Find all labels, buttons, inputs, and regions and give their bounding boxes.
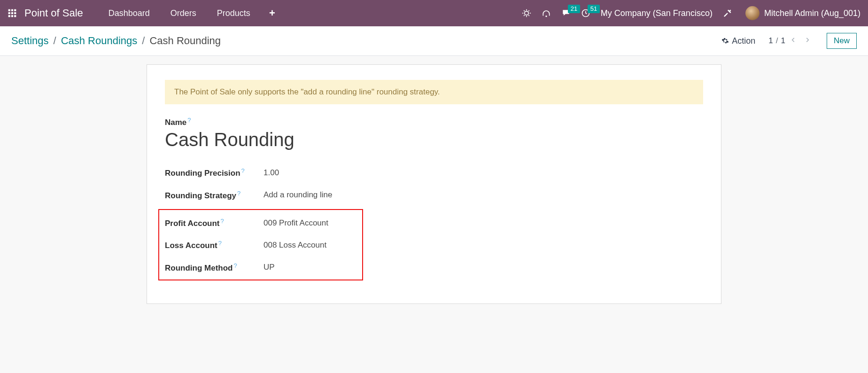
settings-wrench-icon[interactable] — [723, 8, 732, 18]
rounding-precision-value[interactable]: 1.00 — [264, 168, 279, 178]
activities-badge: 51 — [588, 5, 600, 13]
loss-account-value[interactable]: 008 Loss Account — [264, 241, 326, 250]
breadcrumb: Settings / Cash Roundings / Cash Roundin… — [11, 35, 221, 47]
rounding-method-label: Rounding Method — [165, 264, 232, 272]
gear-icon — [721, 37, 729, 45]
messaging-badge: 21 — [568, 5, 580, 13]
profit-account-label: Profit Account — [165, 219, 219, 228]
help-icon[interactable]: ? — [241, 167, 245, 174]
rounding-strategy-label: Rounding Strategy — [165, 191, 236, 200]
nav-left: Point of Sale Dashboard Orders Products … — [8, 6, 282, 21]
crumb-sep: / — [142, 35, 145, 47]
pager: 1 / 1 — [768, 35, 814, 47]
nav-right: 21 51 My Company (San Francisco) Mitchel… — [522, 6, 860, 20]
debug-icon[interactable] — [522, 8, 531, 18]
activities-icon[interactable]: 51 — [581, 8, 590, 18]
control-right: Action 1 / 1 New — [721, 33, 857, 49]
nav-new-icon[interactable]: + — [263, 7, 282, 19]
action-dropdown[interactable]: Action — [721, 36, 755, 46]
help-icon[interactable]: ? — [187, 117, 191, 124]
messaging-icon[interactable]: 21 — [561, 8, 571, 18]
profit-account-value[interactable]: 009 Profit Account — [264, 218, 328, 228]
svg-rect-3 — [8, 12, 10, 14]
nav-dashboard[interactable]: Dashboard — [100, 6, 158, 21]
pager-next[interactable] — [801, 35, 814, 47]
nav-products[interactable]: Products — [209, 6, 259, 21]
support-icon[interactable] — [542, 8, 551, 18]
crumb-settings[interactable]: Settings — [11, 35, 49, 47]
row-loss-account: Loss Account? 008 Loss Account — [165, 234, 359, 256]
svg-rect-6 — [8, 15, 10, 17]
apps-icon[interactable] — [8, 8, 17, 18]
help-icon[interactable]: ? — [237, 190, 240, 197]
row-rounding-strategy: Rounding Strategy? Add a rounding line — [165, 184, 703, 206]
user-name: Mitchell Admin (Aug_001) — [764, 8, 860, 18]
warning-alert: The Point of Sale only supports the "add… — [165, 80, 703, 104]
row-profit-account: Profit Account? 009 Profit Account — [165, 212, 359, 234]
new-button[interactable]: New — [827, 33, 857, 49]
svg-rect-0 — [8, 9, 10, 11]
name-value[interactable]: Cash Rounding — [165, 129, 703, 150]
name-field-group: Name? Cash Rounding — [165, 117, 703, 150]
help-icon[interactable]: ? — [233, 262, 237, 269]
help-icon[interactable]: ? — [218, 240, 222, 247]
svg-point-9 — [525, 11, 528, 15]
rounding-method-value[interactable]: UP — [264, 263, 275, 272]
crumb-current: Cash Rounding — [149, 35, 221, 47]
row-rounding-precision: Rounding Precision? 1.00 — [165, 162, 703, 184]
pager-current: 1 — [768, 36, 773, 46]
loss-account-label: Loss Account — [165, 241, 217, 250]
rounding-precision-label: Rounding Precision — [165, 169, 240, 178]
pager-prev[interactable] — [787, 35, 799, 47]
form-sheet: The Point of Sale only supports the "add… — [147, 64, 721, 304]
svg-rect-1 — [11, 9, 13, 11]
main-area: The Point of Sale only supports the "add… — [0, 56, 868, 304]
crumb-cash-roundings[interactable]: Cash Roundings — [61, 35, 138, 47]
main-navbar: Point of Sale Dashboard Orders Products … — [0, 0, 868, 26]
pager-total: 1 — [781, 36, 785, 46]
svg-rect-8 — [14, 15, 16, 17]
help-icon[interactable]: ? — [220, 218, 224, 225]
action-label: Action — [732, 36, 755, 46]
svg-rect-5 — [14, 12, 16, 14]
row-rounding-method: Rounding Method? UP — [165, 256, 359, 279]
rounding-strategy-value[interactable]: Add a rounding line — [264, 190, 333, 200]
nav-orders[interactable]: Orders — [162, 6, 205, 21]
user-menu[interactable]: Mitchell Admin (Aug_001) — [743, 6, 860, 20]
company-switcher[interactable]: My Company (San Francisco) — [601, 8, 713, 18]
svg-point-10 — [546, 16, 547, 17]
crumb-sep: / — [54, 35, 56, 47]
svg-rect-4 — [11, 12, 13, 14]
highlight-box: Profit Account? 009 Profit Account Loss … — [158, 209, 363, 280]
control-panel: Settings / Cash Roundings / Cash Roundin… — [0, 26, 868, 56]
svg-rect-2 — [14, 9, 16, 11]
avatar — [745, 6, 760, 20]
app-brand[interactable]: Point of Sale — [24, 7, 83, 19]
pager-slash: / — [775, 36, 779, 46]
svg-rect-7 — [11, 15, 13, 17]
name-label: Name — [165, 118, 186, 127]
